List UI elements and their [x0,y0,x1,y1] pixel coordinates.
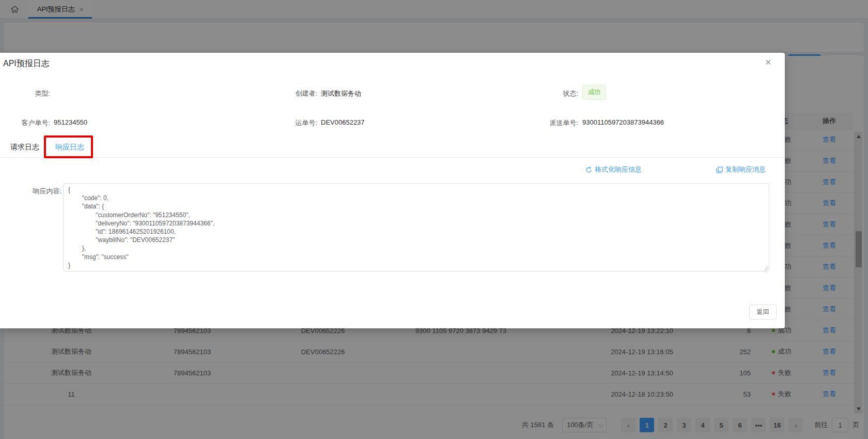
delivery-no-detail-label: 派送单号: [504,118,578,128]
status-label: 状态: [504,89,578,98]
creator-label: 创建者: [243,89,317,98]
format-response-link[interactable]: 格式化响应信息 [585,165,642,174]
type-label: 类型: [0,89,50,98]
waybill-no-detail-label: 运单号: [243,118,317,128]
status-badge: 成功 [582,85,606,100]
response-content-label: 响应内容: [28,187,61,196]
copy-icon [716,166,723,173]
textarea-resize-handle[interactable] [763,265,768,270]
tab-request-log[interactable]: 请求日志 [10,137,39,157]
format-refresh-icon [585,166,592,173]
app-root: API预报日志 × 客户单号: 运单号: 派送单号: 查询 重置 [0,0,868,439]
format-response-label: 格式化响应信息 [595,165,642,174]
modal-close-icon[interactable]: × [765,57,771,67]
api-log-detail-modal: API预报日志 × 类型: 创建者: 测试数据务动 状态: 成功 客户单号: 9… [0,53,785,328]
customer-no-detail-label: 客户单号: [0,118,50,128]
response-content-textarea[interactable]: { "code": 0, "data": { "customerOrderNo"… [63,183,769,271]
modal-title: API预报日志 [3,58,50,69]
copy-response-link[interactable]: 复制响应消息 [716,165,766,174]
customer-no-value: 951234550 [54,118,87,126]
creator-value: 测试数据务动 [321,89,361,98]
tabs-divider [0,157,785,158]
annotation-highlight-box [44,135,93,158]
delivery-no-value: 9300110597203873944366 [582,118,664,126]
waybill-no-value: DEV00652237 [321,118,365,126]
copy-response-label: 复制响应消息 [725,165,766,174]
back-button[interactable]: 返回 [749,305,777,320]
